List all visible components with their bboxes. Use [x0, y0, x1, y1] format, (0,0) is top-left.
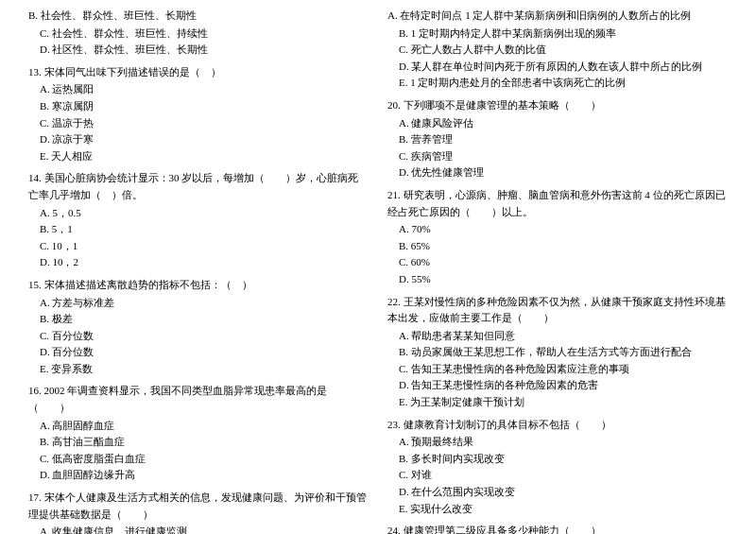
option: D. 55% — [387, 271, 728, 288]
option: B. 5，1 — [28, 221, 369, 238]
question-block: 21. 研究表明，心源病、肿瘤、脑血管病和意外伤害这前 4 位的死亡原因已经占死… — [387, 187, 728, 288]
option: A. 运热属阳 — [28, 81, 369, 98]
option: C. 告知王某患慢性病的各种危险因素应注意的事项 — [387, 361, 728, 378]
question-title: B. 社会性、群众性、班巨性、长期性 — [28, 8, 369, 25]
option: B. 寒凉属阴 — [28, 98, 369, 115]
question-title: 15. 宋体描述描述离散趋势的指标不包括：（ ） — [28, 277, 369, 294]
option: D. 血胆固醇边缘升高 — [28, 467, 369, 484]
question-title: 22. 王某对慢性病的多种危险因素不仅为然，从健康干预家庭支持性环境基本出发，应… — [387, 294, 728, 327]
option: C. 社会性、群众性、班巨性、持续性 — [28, 26, 369, 43]
question-title: 14. 美国心脏病协会统计显示：30 岁以后，每增加（ ）岁，心脏病死亡率几乎增… — [28, 170, 369, 203]
question-title: 21. 研究表明，心源病、肿瘤、脑血管病和意外伤害这前 4 位的死亡原因已经占死… — [387, 187, 728, 220]
option: C. 60% — [387, 254, 728, 271]
question-title: 16. 2002 年调查资料显示，我国不同类型血脂异常现患率最高的是（ ） — [28, 383, 369, 416]
option: A. 收集健康信息、进行健康监测 — [28, 524, 369, 534]
question-block: 20. 下列哪项不是健康管理的基本策略（ ）A. 健康风险评估B. 营养管理C.… — [387, 97, 728, 181]
question-title: 17. 宋体个人健康及生活方式相关的信息，发现健康问题、为评价和干预管理提供基础… — [28, 490, 369, 523]
question-title: 20. 下列哪项不是健康管理的基本策略（ ） — [387, 97, 728, 114]
question-block: 22. 王某对慢性病的多种危险因素不仅为然，从健康干预家庭支持性环境基本出发，应… — [387, 294, 728, 411]
option: A. 预期最终结果 — [387, 434, 728, 451]
option: E. 1 定时期内患处月的全部患者中该病死亡的比例 — [387, 75, 728, 92]
question-block: A. 在特定时间点 1 定人群中某病新病例和旧病例的人数所占的比例B. 1 定时… — [387, 8, 728, 92]
question-title: 13. 宋体同气出味下列描述错误的是（ ） — [28, 64, 369, 81]
question-block: 24. 健康管理第二级应具备多少种能力（ ）A. 48 种B. 21 种C. 2… — [387, 523, 728, 534]
option: D. 某人群在单位时间内死于所有原因的人数在该人群中所占的比例 — [387, 59, 728, 76]
question-block: 15. 宋体描述描述离散趋势的指标不包括：（ ）A. 方差与标准差B. 极差C.… — [28, 277, 369, 378]
question-block: 13. 宋体同气出味下列描述错误的是（ ）A. 运热属阳B. 寒凉属阴C. 温凉… — [28, 64, 369, 165]
option: B. 高甘油三酯血症 — [28, 434, 369, 451]
option: B. 1 定时期内特定人群中某病新病例出现的频率 — [387, 26, 728, 43]
question-block: 23. 健康教育计划制订的具体目标不包括（ ）A. 预期最终结果B. 多长时间内… — [387, 417, 728, 518]
option: A. 5，0.5 — [28, 205, 369, 222]
question-title: 23. 健康教育计划制订的具体目标不包括（ ） — [387, 417, 728, 434]
option: E. 为王某制定健康干预计划 — [387, 394, 728, 411]
option: E. 变异系数 — [28, 361, 369, 378]
option: E. 天人相应 — [28, 148, 369, 165]
option: D. 10，2 — [28, 254, 369, 271]
right-column: A. 在特定时间点 1 定人群中某病新病例和旧病例的人数所占的比例B. 1 定时… — [387, 8, 728, 534]
question-title: A. 在特定时间点 1 定人群中某病新病例和旧病例的人数所占的比例 — [387, 8, 728, 25]
option: B. 多长时间内实现改变 — [387, 451, 728, 468]
option: C. 百分位数 — [28, 328, 369, 345]
question-title: 24. 健康管理第二级应具备多少种能力（ ） — [387, 523, 728, 534]
option: A. 70% — [387, 221, 728, 238]
question-block: B. 社会性、群众性、班巨性、长期性C. 社会性、群众性、班巨性、持续性D. 社… — [28, 8, 369, 59]
option: A. 高胆固醇血症 — [28, 418, 369, 435]
question-block: 17. 宋体个人健康及生活方式相关的信息，发现健康问题、为评价和干预管理提供基础… — [28, 490, 369, 534]
page-container: B. 社会性、群众性、班巨性、长期性C. 社会性、群众性、班巨性、持续性D. 社… — [28, 8, 728, 534]
option: B. 极差 — [28, 311, 369, 328]
option: D. 在什么范围内实现改变 — [387, 484, 728, 501]
left-column: B. 社会性、群众性、班巨性、长期性C. 社会性、群众性、班巨性、持续性D. 社… — [28, 8, 369, 534]
option: A. 方差与标准差 — [28, 295, 369, 312]
option: C. 低高密度脂蛋白血症 — [28, 451, 369, 468]
option: D. 告知王某患慢性病的各种危险因素的危害 — [387, 377, 728, 394]
option: D. 社区性、群众性、班巨性、长期性 — [28, 42, 369, 59]
option: A. 帮助患者某某知但同意 — [387, 328, 728, 345]
option: A. 健康风险评估 — [387, 115, 728, 132]
option: C. 对谁 — [387, 467, 728, 484]
option: C. 死亡人数占人群中人数的比值 — [387, 42, 728, 59]
option: E. 实现什么改变 — [387, 501, 728, 518]
question-block: 14. 美国心脏病协会统计显示：30 岁以后，每增加（ ）岁，心脏病死亡率几乎增… — [28, 170, 369, 271]
option: D. 凉凉于寒 — [28, 131, 369, 148]
option: D. 百分位数 — [28, 344, 369, 361]
option: B. 65% — [387, 238, 728, 255]
option: C. 疾病管理 — [387, 148, 728, 165]
option: D. 优先性健康管理 — [387, 164, 728, 181]
option: B. 动员家属做王某思想工作，帮助人在生活方式等方面进行配合 — [387, 344, 728, 361]
question-block: 16. 2002 年调查资料显示，我国不同类型血脂异常现患率最高的是（ ）A. … — [28, 383, 369, 484]
option: C. 温凉于热 — [28, 115, 369, 132]
option: B. 营养管理 — [387, 131, 728, 148]
option: C. 10，1 — [28, 238, 369, 255]
